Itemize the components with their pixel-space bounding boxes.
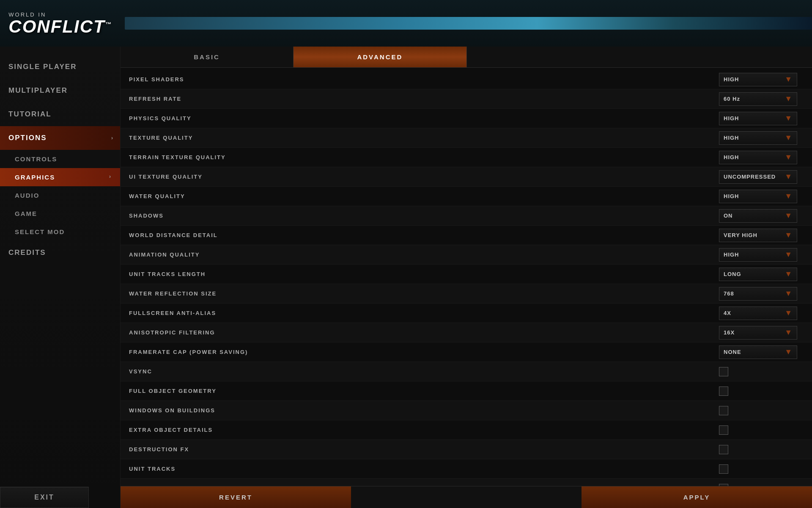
bottom-bar: REVERT APPLY [121, 486, 812, 508]
setting-control-texture-quality[interactable]: HIGH▼ [719, 131, 804, 145]
setting-control-framerate-cap[interactable]: NONE▼ [719, 345, 804, 359]
setting-label-ui-texture-quality: UI TEXTURE QUALITY [129, 174, 719, 180]
checkbox-unit-tracks[interactable] [719, 464, 728, 474]
dropdown-value-texture-quality: HIGH [724, 135, 739, 141]
exit-button[interactable]: EXIT [0, 487, 89, 508]
dropdown-ui-texture-quality[interactable]: UNCOMPRESSED▼ [719, 170, 797, 184]
sidebar-item-tutorial-label: TUTORIAL [8, 110, 52, 118]
setting-control-ui-texture-quality[interactable]: UNCOMPRESSED▼ [719, 170, 804, 184]
dropdown-fullscreen-anti-alias[interactable]: 4X▼ [719, 306, 797, 320]
dropdown-value-unit-tracks-length: LONG [724, 271, 741, 277]
sidebar-item-tutorial[interactable]: TUTORIAL [0, 102, 120, 126]
setting-row-animation-quality: ANIMATION QUALITYHIGH▼ [121, 245, 812, 265]
sidebar-item-graphics[interactable]: GRAPHICS › [0, 168, 120, 186]
sidebar-item-credits[interactable]: CREDITS [0, 241, 120, 265]
setting-control-animation-quality[interactable]: HIGH▼ [719, 248, 804, 262]
setting-control-destruction-fx[interactable] [719, 445, 804, 454]
setting-row-anisotropic-filtering: ANISOTROPIC FILTERING16X▼ [121, 323, 812, 342]
dropdown-water-quality[interactable]: HIGH▼ [719, 190, 797, 203]
setting-label-world-distance-detail: WORLD DISTANCE DETAIL [129, 232, 719, 238]
dropdown-texture-quality[interactable]: HIGH▼ [719, 131, 797, 145]
setting-control-extra-object-details[interactable] [719, 425, 804, 435]
settings-scroll-area[interactable]: PIXEL SHADERSHIGH▼REFRESH RATE60 Hz▼PHYS… [121, 68, 812, 486]
dropdown-value-physics-quality: HIGH [724, 115, 739, 121]
sidebar-item-single-player[interactable]: SINGLE PLAYER [0, 55, 120, 79]
dropdown-value-fullscreen-anti-alias: 4X [724, 310, 731, 316]
sidebar: SINGLE PLAYER MULTIPLAYER TUTORIAL OPTIO… [0, 47, 121, 508]
setting-control-water-reflection-size[interactable]: 768▼ [719, 287, 804, 301]
setting-control-water-quality[interactable]: HIGH▼ [719, 190, 804, 203]
dropdown-arrow-icon: ▼ [785, 289, 793, 298]
dropdown-pixel-shaders[interactable]: HIGH▼ [719, 73, 797, 86]
checkbox-ground-scorch-marks[interactable] [719, 484, 728, 486]
setting-control-vsync[interactable] [719, 367, 804, 376]
tab-spacer [467, 47, 812, 67]
setting-row-framerate-cap: FRAMERATE CAP (POWER SAVING)NONE▼ [121, 342, 812, 362]
setting-row-fullscreen-anti-alias: FULLSCREEN ANTI-ALIAS4X▼ [121, 304, 812, 323]
setting-label-destruction-fx: DESTRUCTION FX [129, 446, 719, 453]
setting-control-windows-on-buildings[interactable] [719, 406, 804, 415]
tabs-bar: BASIC ADVANCED [121, 47, 812, 68]
setting-control-pixel-shaders[interactable]: HIGH▼ [719, 73, 804, 86]
dropdown-value-world-distance-detail: VERY HIGH [724, 232, 757, 238]
dropdown-physics-quality[interactable]: HIGH▼ [719, 112, 797, 125]
setting-label-windows-on-buildings: WINDOWS ON BUILDINGS [129, 407, 719, 414]
sidebar-item-game[interactable]: GAME [0, 204, 120, 223]
setting-control-unit-tracks[interactable] [719, 464, 804, 474]
setting-control-full-object-geometry[interactable] [719, 387, 804, 396]
setting-row-physics-quality: PHYSICS QUALITYHIGH▼ [121, 109, 812, 128]
dropdown-shadows[interactable]: ON▼ [719, 209, 797, 223]
sidebar-item-multiplayer-label: MULTIPLAYER [8, 86, 68, 94]
setting-control-world-distance-detail[interactable]: VERY HIGH▼ [719, 229, 804, 242]
setting-control-ground-scorch-marks[interactable] [719, 484, 804, 486]
options-subnav: CONTROLS GRAPHICS › AUDIO GAME SELECT MO… [0, 150, 120, 241]
dropdown-framerate-cap[interactable]: NONE▼ [719, 345, 797, 359]
dropdown-world-distance-detail[interactable]: VERY HIGH▼ [719, 229, 797, 242]
setting-control-shadows[interactable]: ON▼ [719, 209, 804, 223]
setting-row-world-distance-detail: WORLD DISTANCE DETAILVERY HIGH▼ [121, 226, 812, 245]
dropdown-animation-quality[interactable]: HIGH▼ [719, 248, 797, 262]
settings-panel: PIXEL SHADERSHIGH▼REFRESH RATE60 Hz▼PHYS… [121, 68, 812, 486]
dropdown-unit-tracks-length[interactable]: LONG▼ [719, 268, 797, 281]
sidebar-item-options[interactable]: OPTIONS › [0, 126, 120, 150]
sidebar-item-audio[interactable]: AUDIO [0, 186, 120, 204]
setting-control-unit-tracks-length[interactable]: LONG▼ [719, 268, 804, 281]
setting-label-extra-object-details: EXTRA OBJECT DETAILS [129, 427, 719, 433]
setting-label-refresh-rate: REFRESH RATE [129, 96, 719, 102]
apply-button[interactable]: APPLY [582, 486, 812, 508]
setting-control-fullscreen-anti-alias[interactable]: 4X▼ [719, 306, 804, 320]
setting-control-anisotropic-filtering[interactable]: 16X▼ [719, 326, 804, 340]
setting-row-refresh-rate: REFRESH RATE60 Hz▼ [121, 89, 812, 109]
sidebar-item-select-mod-label: SELECT MOD [15, 228, 65, 235]
setting-control-terrain-texture-quality[interactable]: HIGH▼ [719, 151, 804, 164]
dropdown-water-reflection-size[interactable]: 768▼ [719, 287, 797, 301]
graphics-chevron-icon: › [109, 174, 112, 179]
checkbox-destruction-fx[interactable] [719, 445, 728, 454]
sidebar-item-select-mod[interactable]: SELECT MOD [0, 223, 120, 241]
dropdown-anisotropic-filtering[interactable]: 16X▼ [719, 326, 797, 340]
sidebar-item-game-label: GAME [15, 210, 37, 217]
checkbox-windows-on-buildings[interactable] [719, 406, 728, 415]
logo-conflict-text: CONFLICT™ [8, 18, 112, 36]
setting-label-unit-tracks-length: UNIT TRACKS LENGTH [129, 271, 719, 277]
setting-control-physics-quality[interactable]: HIGH▼ [719, 112, 804, 125]
checkbox-vsync[interactable] [719, 367, 728, 376]
dropdown-refresh-rate[interactable]: 60 Hz▼ [719, 92, 797, 106]
revert-button[interactable]: REVERT [121, 486, 351, 508]
setting-label-shadows: SHADOWS [129, 213, 719, 219]
sidebar-item-controls[interactable]: CONTROLS [0, 150, 120, 168]
revert-label: REVERT [219, 494, 252, 501]
dropdown-arrow-icon: ▼ [785, 172, 793, 181]
top-header: WORLD IN CONFLICT™ [0, 0, 812, 47]
dropdown-value-shadows: ON [724, 213, 733, 219]
tab-basic[interactable]: BASIC [121, 47, 294, 67]
dropdown-value-ui-texture-quality: UNCOMPRESSED [724, 174, 776, 180]
tab-advanced[interactable]: ADVANCED [294, 47, 466, 67]
dropdown-value-pixel-shaders: HIGH [724, 76, 739, 83]
checkbox-extra-object-details[interactable] [719, 425, 728, 435]
dropdown-terrain-texture-quality[interactable]: HIGH▼ [719, 151, 797, 164]
sidebar-item-multiplayer[interactable]: MULTIPLAYER [0, 79, 120, 102]
setting-control-refresh-rate[interactable]: 60 Hz▼ [719, 92, 804, 106]
dropdown-arrow-icon: ▼ [785, 309, 793, 318]
checkbox-full-object-geometry[interactable] [719, 387, 728, 396]
